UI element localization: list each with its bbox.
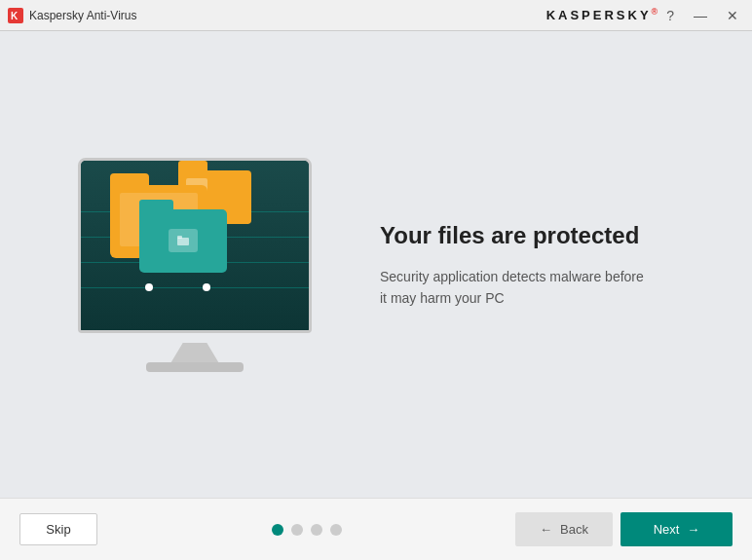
kaspersky-logo: KASPERSKY® bbox=[546, 7, 661, 22]
monitor-screen bbox=[78, 158, 312, 333]
svg-rect-3 bbox=[177, 236, 182, 239]
next-label: Next bbox=[654, 522, 680, 537]
help-button[interactable]: ? bbox=[660, 6, 680, 25]
dot-3 bbox=[311, 524, 322, 536]
illustration-area bbox=[39, 158, 351, 372]
dot-1 bbox=[272, 524, 283, 536]
minimize-button[interactable]: — bbox=[688, 6, 713, 25]
window-controls: ? — ✕ bbox=[660, 6, 744, 25]
next-button[interactable]: Next bbox=[620, 512, 733, 546]
dot-4 bbox=[330, 524, 342, 536]
app-icon: K bbox=[8, 8, 23, 23]
app-title: Kaspersky Anti-Virus bbox=[29, 9, 546, 22]
text-area: Your files are protected Security applic… bbox=[351, 220, 713, 310]
close-button[interactable]: ✕ bbox=[721, 6, 744, 25]
back-label: Back bbox=[560, 522, 588, 537]
screen-inner bbox=[81, 161, 309, 330]
svg-rect-2 bbox=[177, 238, 189, 245]
monitor-illustration bbox=[68, 158, 321, 372]
main-description: Security application detects malware bef… bbox=[380, 266, 653, 310]
main-heading: Your files are protected bbox=[380, 220, 713, 250]
nav-buttons: Back Next bbox=[515, 512, 733, 546]
monitor-base bbox=[146, 362, 244, 372]
back-button[interactable]: Back bbox=[515, 512, 613, 546]
dot-2 bbox=[291, 524, 303, 536]
back-arrow-icon bbox=[540, 522, 552, 537]
main-content: Your files are protected Security applic… bbox=[0, 31, 752, 498]
title-bar: K Kaspersky Anti-Virus KASPERSKY® ? — ✕ bbox=[0, 0, 752, 31]
skip-button[interactable]: Skip bbox=[19, 513, 97, 545]
folder-green bbox=[139, 209, 227, 273]
pagination-dots bbox=[97, 524, 515, 536]
next-arrow-icon bbox=[687, 522, 699, 537]
bottom-bar: Skip Back Next bbox=[0, 498, 752, 560]
svg-text:K: K bbox=[11, 11, 19, 21]
